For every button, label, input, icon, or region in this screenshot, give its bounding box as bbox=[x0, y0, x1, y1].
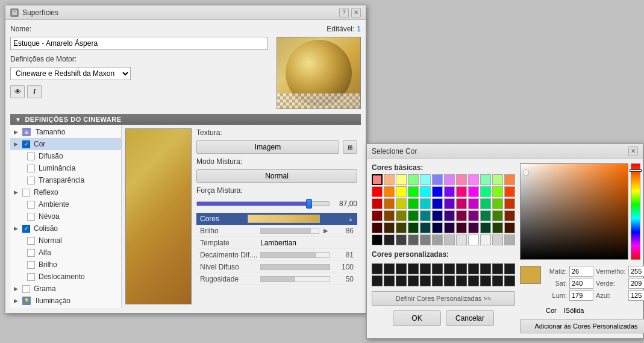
basic-color-cell[interactable] bbox=[492, 210, 503, 221]
brilho-slider[interactable] bbox=[260, 228, 319, 234]
basic-color-cell[interactable] bbox=[444, 210, 455, 221]
basic-color-cell[interactable] bbox=[444, 222, 455, 233]
custom-color-cell[interactable] bbox=[468, 263, 479, 274]
tree-item-grama[interactable]: ▶ Grama bbox=[10, 283, 121, 295]
basic-color-cell[interactable] bbox=[372, 174, 383, 185]
basic-color-cell[interactable] bbox=[432, 186, 443, 197]
basic-color-cell[interactable] bbox=[396, 186, 407, 197]
sat-input[interactable] bbox=[569, 278, 593, 289]
nivel-slider[interactable] bbox=[260, 264, 330, 270]
basic-color-cell[interactable] bbox=[504, 198, 515, 209]
texture-icon-btn[interactable]: ⊞ bbox=[343, 140, 357, 154]
custom-color-cell[interactable] bbox=[432, 275, 443, 286]
basic-color-cell[interactable] bbox=[372, 186, 383, 197]
basic-color-cell[interactable] bbox=[372, 234, 383, 245]
checkbox-brilho[interactable] bbox=[27, 261, 35, 269]
custom-color-cell[interactable] bbox=[384, 275, 395, 286]
vermelho-input[interactable] bbox=[628, 266, 644, 277]
basic-color-cell[interactable] bbox=[396, 198, 407, 209]
gradient-area[interactable] bbox=[520, 163, 628, 260]
help-button[interactable]: ? bbox=[339, 8, 349, 17]
basic-color-cell[interactable] bbox=[408, 174, 419, 185]
basic-color-cell[interactable] bbox=[384, 234, 395, 245]
decaimento-slider[interactable] bbox=[260, 252, 330, 258]
custom-color-cell[interactable] bbox=[504, 263, 515, 274]
checkbox-nevoa[interactable] bbox=[27, 213, 35, 221]
basic-color-cell[interactable] bbox=[444, 198, 455, 209]
tree-item-colisao[interactable]: ▶ ✓ Colisão bbox=[10, 222, 121, 234]
basic-color-cell[interactable] bbox=[504, 234, 515, 245]
basic-color-cell[interactable] bbox=[372, 222, 383, 233]
tree-item-normal[interactable]: Normal bbox=[10, 234, 121, 247]
basic-color-cell[interactable] bbox=[480, 210, 491, 221]
basic-color-cell[interactable] bbox=[420, 174, 431, 185]
basic-color-cell[interactable] bbox=[492, 198, 503, 209]
tree-item-tamanho[interactable]: ▶ ⊞ Tamanho bbox=[10, 126, 121, 138]
nome-input[interactable] bbox=[10, 37, 268, 50]
checkbox-colisao[interactable]: ✓ bbox=[22, 225, 30, 233]
tree-item-luminancia[interactable]: Luminância bbox=[10, 162, 121, 174]
basic-color-cell[interactable] bbox=[456, 210, 467, 221]
custom-color-cell[interactable] bbox=[432, 263, 443, 274]
basic-color-cell[interactable] bbox=[396, 234, 407, 245]
custom-color-cell[interactable] bbox=[408, 263, 419, 274]
basic-color-cell[interactable] bbox=[420, 234, 431, 245]
verde-input[interactable] bbox=[628, 278, 644, 289]
custom-color-cell[interactable] bbox=[444, 263, 455, 274]
checkbox-transparencia[interactable] bbox=[27, 177, 35, 184]
basic-color-cell[interactable] bbox=[480, 234, 491, 245]
checkbox-grama[interactable] bbox=[22, 285, 30, 293]
basic-color-cell[interactable] bbox=[396, 210, 407, 221]
basic-color-cell[interactable] bbox=[432, 234, 443, 245]
basic-color-cell[interactable] bbox=[372, 210, 383, 221]
basic-color-cell[interactable] bbox=[420, 186, 431, 197]
basic-color-cell[interactable] bbox=[456, 174, 467, 185]
tree-item-cor[interactable]: ▶ ✓ Cor bbox=[10, 138, 121, 150]
forca-slider[interactable] bbox=[196, 198, 330, 209]
section-toggle[interactable]: ▼ bbox=[15, 116, 21, 123]
adicionar-button[interactable]: Adicionar às Cores Personalizadas bbox=[520, 319, 644, 333]
custom-color-cell[interactable] bbox=[504, 275, 515, 286]
tree-item-reflexo[interactable]: ▶ Reflexo bbox=[10, 186, 121, 198]
custom-color-cell[interactable] bbox=[420, 275, 431, 286]
tree-item-transparencia[interactable]: Transparência bbox=[10, 174, 121, 186]
custom-color-cell[interactable] bbox=[396, 275, 407, 286]
hue-slider-vertical[interactable] bbox=[631, 163, 640, 260]
eye-button[interactable]: 👁 bbox=[10, 85, 25, 98]
basic-color-cell[interactable] bbox=[372, 198, 383, 209]
basic-color-cell[interactable] bbox=[504, 210, 515, 221]
basic-color-cell[interactable] bbox=[396, 222, 407, 233]
basic-color-cell[interactable] bbox=[480, 222, 491, 233]
info-button[interactable]: i bbox=[27, 85, 42, 98]
colorpicker-close-button[interactable]: ✕ bbox=[628, 146, 638, 156]
basic-color-cell[interactable] bbox=[432, 174, 443, 185]
custom-color-cell[interactable] bbox=[372, 263, 383, 274]
basic-color-cell[interactable] bbox=[492, 234, 503, 245]
basic-color-cell[interactable] bbox=[468, 198, 479, 209]
basic-color-cell[interactable] bbox=[444, 186, 455, 197]
custom-color-cell[interactable] bbox=[372, 275, 383, 286]
custom-color-cell[interactable] bbox=[420, 263, 431, 274]
rugosidade-slider[interactable] bbox=[260, 276, 330, 282]
basic-color-cell[interactable] bbox=[384, 210, 395, 221]
lum-input[interactable] bbox=[569, 290, 593, 301]
brilho-arrow[interactable]: ▶ bbox=[322, 227, 330, 235]
checkbox-deslocamento[interactable] bbox=[27, 273, 35, 281]
basic-color-cell[interactable] bbox=[444, 174, 455, 185]
close-button[interactable]: ✕ bbox=[351, 8, 361, 17]
basic-color-cell[interactable] bbox=[432, 198, 443, 209]
custom-color-cell[interactable] bbox=[456, 275, 467, 286]
checkbox-reflexo[interactable] bbox=[22, 189, 30, 197]
basic-color-cell[interactable] bbox=[468, 234, 479, 245]
basic-color-cell[interactable] bbox=[384, 174, 395, 185]
basic-color-cell[interactable] bbox=[480, 198, 491, 209]
basic-color-cell[interactable] bbox=[384, 186, 395, 197]
tree-item-deslocamento[interactable]: Deslocamento bbox=[10, 271, 121, 283]
basic-color-cell[interactable] bbox=[408, 186, 419, 197]
basic-color-cell[interactable] bbox=[468, 186, 479, 197]
basic-color-cell[interactable] bbox=[384, 198, 395, 209]
basic-color-cell[interactable] bbox=[492, 186, 503, 197]
basic-color-cell[interactable] bbox=[408, 198, 419, 209]
custom-color-cell[interactable] bbox=[492, 263, 503, 274]
custom-color-cell[interactable] bbox=[456, 263, 467, 274]
